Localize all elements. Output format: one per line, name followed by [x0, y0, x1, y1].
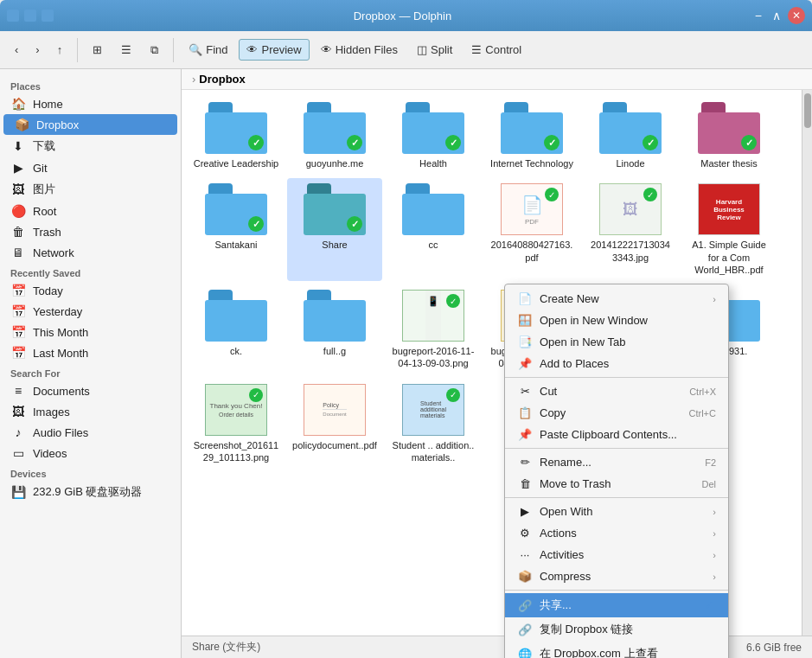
cm-item-open-new-window[interactable]: 🪟 Open in New Window [505, 310, 728, 331]
list-item[interactable]: ✓ 🖼 201412221713034 3343.jpg [583, 178, 678, 281]
toolbar-sep-2 [173, 38, 174, 62]
file-thumbnail: ✓ 📄 PDF [501, 183, 563, 235]
list-item[interactable]: Harvard Business Review A1. Simple Guide… [681, 178, 777, 281]
documents-icon: ≡ [10, 384, 26, 398]
split-button[interactable]: ◫ Split [409, 39, 460, 61]
file-name: Student .. addition.. materials.. [390, 439, 476, 464]
up-button[interactable]: ↑ [49, 39, 71, 61]
sidebar-label-documents: Documents [33, 385, 90, 398]
file-name: A1. Simple Guide for a Com World_HBR..pd… [686, 239, 772, 276]
list-item[interactable]: ✓ guoyunhe.me [287, 97, 382, 175]
git-icon: ▶ [10, 161, 26, 175]
check-badge: ✓ [741, 135, 757, 150]
sidebar-item-network[interactable]: 🖥 Network [0, 242, 181, 263]
cm-sep-2 [505, 448, 728, 449]
sidebar-item-yesterday[interactable]: 📅 Yesterday [0, 301, 181, 322]
sidebar-item-dropbox[interactable]: 📦 Dropbox [3, 114, 177, 135]
cm-item-paste[interactable]: 📌 Paste Clipboard Contents... [505, 424, 728, 445]
control-button[interactable]: ☰ Control [464, 39, 529, 61]
sidebar-item-downloads[interactable]: ⬇ 下载 [0, 135, 181, 157]
list-item[interactable]: ✓ Student additional materials Student .… [386, 379, 481, 470]
list-item[interactable]: ✓ Health [386, 97, 481, 175]
content-scrollbar[interactable] [802, 90, 812, 636]
cm-item-activities[interactable]: ··· Activities › [505, 544, 728, 565]
sidebar-item-root[interactable]: 🔴 Root [0, 201, 181, 221]
file-thumbnail: Harvard Business Review [698, 183, 760, 235]
titlebar: Dropbox — Dolphin − ∧ ✕ [0, 0, 812, 31]
sidebar-item-pictures[interactable]: 🖼 图片 [0, 178, 181, 201]
cm-compress-icon: 📦 [517, 570, 533, 583]
cm-item-compress[interactable]: 📦 Compress › [505, 565, 728, 587]
cm-item-open-with[interactable]: ▶ Open With › [505, 501, 728, 522]
audio-icon: ♪ [10, 425, 26, 439]
list-item[interactable]: ✓ Internet Technology [484, 97, 579, 175]
sidebar-item-images[interactable]: 🖼 Images [0, 401, 181, 422]
check-badge: ✓ [544, 135, 559, 150]
home-icon: 🏠 [10, 97, 26, 111]
list-item[interactable]: ✓ 📄 PDF 201640880427163.pdf [484, 178, 579, 281]
list-item[interactable]: ck. [189, 284, 284, 375]
sidebar-item-videos[interactable]: ▭ Videos [0, 443, 181, 463]
sidebar-item-trash[interactable]: 🗑 Trash [0, 221, 181, 242]
sidebar-item-last-month[interactable]: 📅 Last Month [0, 342, 181, 363]
cm-move-trash-icon: 🗑 [517, 477, 533, 490]
sidebar-item-hdd[interactable]: 💾 232.9 GiB 硬盘驱动器 [0, 481, 181, 503]
list-item[interactable]: ✓ Share [287, 178, 382, 281]
folder-icon: ✓ [304, 102, 366, 154]
list-item[interactable]: ✓ Creative Leadership [189, 97, 284, 175]
scrollbar-thumb[interactable] [804, 93, 811, 128]
split-view-button[interactable]: ⧉ [143, 39, 166, 61]
cm-item-add-to-places[interactable]: 📌 Add to Places [505, 353, 728, 374]
icons-view-button[interactable]: ⊞ [85, 39, 110, 61]
cm-open-new-tab-icon: 📑 [517, 335, 533, 348]
list-item[interactable]: Policy Document policydocument..pdf [287, 379, 382, 470]
sidebar-label-images: Images [33, 406, 70, 418]
check-badge: ✓ [248, 135, 264, 150]
preview-button[interactable]: 👁 Preview [239, 39, 309, 61]
list-view-button[interactable]: ☰ [113, 39, 139, 61]
file-name: bugreport-2016-11-04-13-09-03.png [390, 345, 476, 370]
hidden-files-button[interactable]: 👁 Hidden Files [313, 39, 406, 61]
sidebar-item-git[interactable]: ▶ Git [0, 157, 181, 178]
find-button[interactable]: 🔍 Find [181, 39, 235, 61]
sidebar-item-today[interactable]: 📅 Today [0, 280, 181, 301]
devices-title: Devices [0, 463, 181, 481]
split-icon: ◫ [417, 43, 427, 56]
file-name: Santakani [215, 239, 258, 251]
sidebar-item-audio[interactable]: ♪ Audio Files [0, 422, 181, 443]
cm-item-open-new-tab[interactable]: 📑 Open in New Tab [505, 331, 728, 353]
cm-open-with-icon: ▶ [517, 505, 533, 518]
sidebar-label-root: Root [33, 205, 56, 218]
file-name: Internet Technology [490, 157, 573, 169]
file-name: Screenshot_20161129_101113.png [193, 439, 279, 464]
cm-item-move-trash[interactable]: 🗑 Move to Trash Del [505, 473, 728, 495]
wm-minimize-button[interactable]: − [751, 7, 765, 24]
sidebar-item-documents[interactable]: ≡ Documents [0, 380, 181, 401]
cm-item-view-on-dropbox[interactable]: 🌐 在 Dropbox.com 上查看 [505, 642, 728, 658]
wm-maximize-button[interactable]: ∧ [769, 7, 784, 24]
file-name: ck. [230, 345, 242, 357]
cm-item-create-new[interactable]: 📄 Create New › [505, 288, 728, 310]
list-item[interactable]: ✓ Linode [583, 97, 678, 175]
window-title: Dropbox — Dolphin [54, 10, 751, 22]
cm-item-copy[interactable]: 📋 Copy Ctrl+C [505, 402, 728, 424]
cm-item-share[interactable]: 🔗 共享... ✓ [505, 593, 728, 617]
cm-item-rename[interactable]: ✏ Rename... F2 [505, 451, 728, 473]
list-item[interactable]: ✓ Thank you Chen! Order details Screensh… [189, 379, 284, 470]
file-thumbnail: ✓ Thank you Chen! Order details [205, 384, 267, 436]
cm-item-cut[interactable]: ✂ Cut Ctrl+X [505, 380, 728, 402]
forward-button[interactable]: › [28, 39, 47, 61]
back-button[interactable]: ‹ [7, 39, 26, 61]
wm-close-button[interactable]: ✕ [788, 7, 805, 24]
list-item[interactable]: ✓ Santakani [189, 178, 284, 281]
list-item[interactable]: cc [386, 178, 481, 281]
list-item[interactable]: full..g [287, 284, 382, 375]
cm-item-actions[interactable]: ⚙ Actions › [505, 522, 728, 544]
statusbar-right: 6.6 GiB free [746, 642, 802, 654]
sidebar-item-this-month[interactable]: 📅 This Month [0, 322, 181, 342]
list-item[interactable]: ✓ 📱 bugreport-2016-11-04-13-09-03.png [386, 284, 481, 375]
list-item[interactable]: ✓ Master thesis [681, 97, 777, 175]
cm-item-copy-dropbox-link[interactable]: 🔗 复制 Dropbox 链接 [505, 617, 728, 642]
places-section-title: Places [0, 76, 181, 93]
sidebar-item-home[interactable]: 🏠 Home [0, 93, 181, 114]
